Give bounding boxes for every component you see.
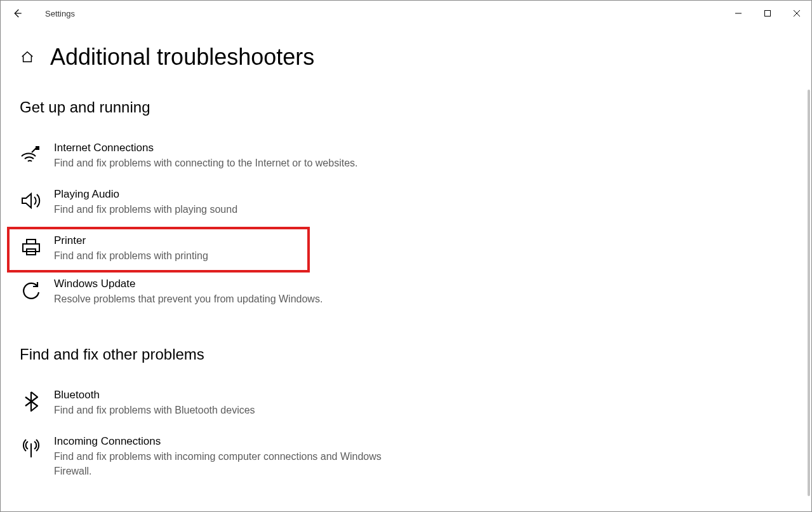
arrow-left-icon — [11, 8, 23, 19]
troubleshooter-desc: Find and fix problems with printing — [54, 248, 305, 263]
home-icon — [20, 50, 34, 64]
troubleshooter-title: Windows Update — [54, 278, 413, 290]
app-title: Settings — [45, 9, 75, 18]
section-title-find-and-fix-other: Find and fix other problems — [20, 346, 806, 363]
antenna-icon — [20, 436, 43, 459]
speaker-icon — [20, 189, 43, 212]
minimize-button[interactable] — [724, 3, 753, 24]
troubleshooter-title: Printer — [54, 234, 305, 247]
troubleshooter-bluetooth[interactable]: Bluetooth Find and fix problems with Blu… — [20, 382, 413, 429]
troubleshooter-title: Bluetooth — [54, 389, 413, 401]
troubleshooter-title: Incoming Connections — [54, 435, 413, 448]
back-button[interactable] — [7, 3, 27, 24]
troubleshooter-desc: Find and fix problems with playing sound — [54, 202, 413, 217]
troubleshooter-windows-update[interactable]: Windows Update Resolve problems that pre… — [20, 271, 413, 318]
troubleshooter-incoming-connections[interactable]: Incoming Connections Find and fix proble… — [20, 429, 413, 490]
bluetooth-icon — [20, 390, 43, 413]
section-title-get-up-and-running: Get up and running — [20, 98, 806, 116]
troubleshooter-title: Playing Audio — [54, 188, 413, 201]
content-area: Additional troubleshooters Get up and ru… — [1, 26, 806, 511]
troubleshooter-title: Internet Connections — [54, 142, 413, 154]
troubleshooter-list-get-up: Internet Connections Find and fix proble… — [20, 135, 413, 318]
svg-rect-7 — [23, 244, 39, 252]
minimize-icon — [735, 10, 742, 17]
wifi-icon — [20, 143, 43, 166]
title-bar: Settings — [1, 1, 811, 26]
home-button[interactable] — [20, 50, 35, 65]
svg-rect-1 — [765, 11, 771, 17]
troubleshooter-printer[interactable]: Printer Find and fix problems with print… — [8, 228, 309, 271]
scrollbar[interactable] — [808, 90, 810, 496]
update-icon — [20, 279, 43, 302]
troubleshooter-desc: Find and fix problems with incoming comp… — [54, 449, 413, 478]
printer-icon — [20, 236, 43, 259]
troubleshooter-desc: Find and fix problems with connecting to… — [54, 156, 413, 170]
close-icon — [793, 10, 801, 17]
troubleshooter-internet-connections[interactable]: Internet Connections Find and fix proble… — [20, 135, 413, 182]
window-controls — [724, 3, 811, 24]
troubleshooter-playing-audio[interactable]: Playing Audio Find and fix problems with… — [20, 182, 413, 228]
maximize-icon — [764, 10, 771, 17]
troubleshooter-desc: Find and fix problems with Bluetooth dev… — [54, 403, 413, 417]
svg-rect-6 — [27, 239, 36, 244]
troubleshooter-list-other: Bluetooth Find and fix problems with Blu… — [20, 382, 413, 490]
page-title: Additional troubleshooters — [50, 44, 314, 71]
troubleshooter-desc: Resolve problems that prevent you from u… — [54, 292, 413, 306]
page-header: Additional troubleshooters — [20, 44, 806, 71]
close-button[interactable] — [782, 3, 811, 24]
maximize-button[interactable] — [753, 3, 782, 24]
